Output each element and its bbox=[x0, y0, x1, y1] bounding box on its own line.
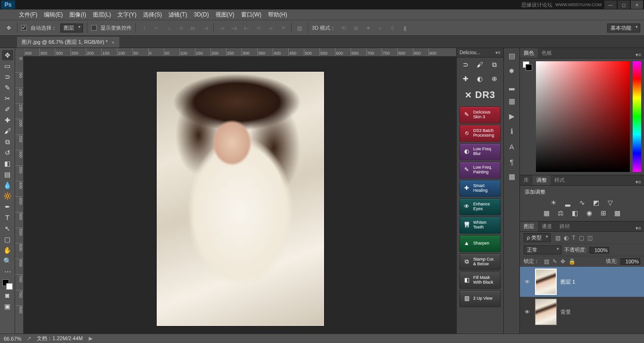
screen-mode[interactable]: ▣ bbox=[2, 301, 13, 311]
levels-icon[interactable]: ▂ bbox=[563, 199, 573, 206]
3d-icon[interactable]: ⊕ bbox=[351, 24, 360, 32]
crop-tool[interactable]: ✂ bbox=[2, 93, 13, 104]
opacity-input[interactable]: 100% bbox=[589, 247, 609, 253]
lut-icon[interactable]: ▩ bbox=[613, 209, 622, 217]
curves-icon[interactable]: ∿ bbox=[577, 199, 587, 206]
document-tab[interactable]: 图片.jpg @ 66.7% (图层 1, RGB/8#) * × bbox=[17, 37, 119, 48]
dr3-button-smart-healing[interactable]: ✚Smart Healing bbox=[460, 180, 501, 197]
distribute-icon[interactable]: ⫨ bbox=[267, 24, 275, 32]
target-icon[interactable]: ⊕ bbox=[490, 74, 499, 83]
tab-swatches[interactable]: 色板 bbox=[538, 48, 556, 58]
shape-tool[interactable]: ▢ bbox=[2, 234, 13, 245]
eyedropper-tool[interactable]: ✐ bbox=[2, 104, 13, 114]
menu-edit[interactable]: 编辑(E) bbox=[44, 11, 63, 19]
3d-icon[interactable]: ⟐ bbox=[376, 24, 385, 32]
lasso-tool[interactable]: ⊃ bbox=[2, 72, 13, 82]
show-transform-checkbox[interactable] bbox=[91, 25, 97, 31]
blend-mode-dropdown[interactable]: 正常 bbox=[524, 245, 561, 254]
character-panel-icon[interactable]: A bbox=[507, 141, 517, 152]
panel-menu-icon[interactable]: ▾≡ bbox=[633, 52, 644, 58]
dr3-button-whiten-teeth[interactable]: 🦷Whiten Teeth bbox=[460, 217, 501, 234]
brush-icon[interactable]: 🖌 bbox=[475, 60, 485, 69]
menu-3d[interactable]: 3D(D) bbox=[194, 11, 209, 18]
doc-size[interactable]: 文档：1.22M/2.44M bbox=[37, 335, 83, 342]
edit-toolbar[interactable]: ⋯ bbox=[2, 267, 13, 277]
maximize-button[interactable]: ◻ bbox=[618, 0, 630, 9]
tab-layers[interactable]: 图层 bbox=[520, 221, 538, 231]
tab-adjustments[interactable]: 调整 bbox=[533, 175, 551, 185]
horizontal-ruler[interactable]: 4003503002502001501005005010015020025030… bbox=[24, 48, 456, 57]
hue-slider[interactable] bbox=[633, 61, 641, 172]
heal-icon[interactable]: ✚ bbox=[461, 74, 470, 83]
dodge-tool[interactable]: 🔆 bbox=[2, 191, 13, 201]
document-canvas[interactable] bbox=[157, 72, 324, 326]
export-icon[interactable]: ↗ bbox=[27, 335, 31, 342]
gradient-tool[interactable]: ▤ bbox=[2, 169, 13, 180]
filter-pixel-icon[interactable]: ▧ bbox=[555, 235, 560, 241]
dr3-button-fill-mask-with-black[interactable]: ◧Fill Mask With Black bbox=[460, 272, 501, 289]
zoom-level[interactable]: 66.67% bbox=[4, 336, 21, 342]
filter-smart-icon[interactable]: ◫ bbox=[587, 235, 593, 241]
chevron-right-icon[interactable]: ▶ bbox=[89, 335, 92, 342]
menu-window[interactable]: 窗口(W) bbox=[241, 11, 261, 19]
dr3-button-enhance-eyes[interactable]: 👁Enhance Eyes bbox=[460, 198, 501, 215]
dr3-header[interactable]: Deliciou... ▾≡ bbox=[457, 48, 503, 57]
blur-tool[interactable]: 💧 bbox=[2, 180, 13, 190]
visibility-icon[interactable]: 👁 bbox=[523, 309, 531, 315]
auto-select-checkbox[interactable] bbox=[21, 25, 27, 31]
brightness-icon[interactable]: ☀ bbox=[549, 199, 559, 206]
bw-icon[interactable]: ◧ bbox=[570, 209, 580, 217]
filter-adjust-icon[interactable]: ◐ bbox=[564, 235, 569, 241]
lock-all-icon[interactable]: 🔒 bbox=[569, 258, 576, 265]
distribute-icon[interactable]: ⫥ bbox=[230, 24, 238, 32]
properties-panel-icon[interactable]: ▦ bbox=[507, 96, 517, 106]
menu-help[interactable]: 帮助(H) bbox=[268, 11, 287, 19]
marquee-tool[interactable]: ▭ bbox=[2, 61, 13, 71]
align-icon[interactable]: ⫢ bbox=[189, 24, 197, 32]
filter-shape-icon[interactable]: ▢ bbox=[579, 235, 584, 241]
menu-layer[interactable]: 图层(L) bbox=[93, 11, 111, 19]
distribute-icon[interactable]: ⫤ bbox=[217, 24, 226, 32]
align-icon[interactable]: ⫞ bbox=[140, 24, 148, 32]
panel-menu-icon[interactable]: ▾≡ bbox=[633, 179, 644, 185]
distribute-icon[interactable]: ⫦ bbox=[242, 24, 251, 32]
dr3-button-stamp-cur-below[interactable]: ⧉Stamp Cur. & Below bbox=[460, 253, 501, 270]
move-tool[interactable]: ✥ bbox=[2, 50, 13, 60]
actions-panel-icon[interactable]: ▶ bbox=[507, 111, 517, 122]
history-brush-tool[interactable]: ↺ bbox=[2, 147, 13, 158]
panel-menu-icon[interactable]: ▾≡ bbox=[633, 225, 644, 231]
layer-item[interactable]: 👁背景 bbox=[520, 297, 644, 327]
pen-tool[interactable]: ✒ bbox=[2, 202, 13, 212]
close-tab-icon[interactable]: × bbox=[111, 40, 114, 45]
path-tool[interactable]: ↖ bbox=[2, 223, 13, 234]
dr3-button-low-freq-painting[interactable]: ✎Low Freq. Painting bbox=[460, 162, 501, 179]
balance-icon[interactable]: ⚖ bbox=[556, 209, 566, 217]
3d-icon[interactable]: ✦ bbox=[364, 24, 372, 32]
brush-tool[interactable]: 🖌 bbox=[2, 126, 13, 136]
tab-paths[interactable]: 路径 bbox=[556, 221, 574, 231]
layer-filter-dropdown[interactable]: ρ 类型 bbox=[524, 233, 551, 242]
menu-file[interactable]: 文件(F) bbox=[19, 11, 37, 19]
paragraph-panel-icon[interactable]: ¶ bbox=[507, 156, 517, 167]
color-field[interactable] bbox=[536, 61, 630, 172]
eraser-tool[interactable]: ◧ bbox=[2, 158, 13, 169]
color-swatch-pair[interactable] bbox=[523, 61, 533, 172]
minimize-button[interactable]: — bbox=[604, 0, 617, 9]
panel-menu-icon[interactable]: ▾≡ bbox=[495, 50, 501, 55]
3d-icon[interactable]: ⟲ bbox=[339, 24, 348, 32]
vertical-ruler[interactable]: 0501001502002503003504004505005506006507… bbox=[15, 57, 24, 334]
auto-align-icon[interactable]: ▦ bbox=[295, 24, 304, 32]
menu-select[interactable]: 选择(S) bbox=[143, 11, 162, 19]
patch-icon[interactable]: ◐ bbox=[475, 74, 485, 83]
channel-mixer-icon[interactable]: ⊞ bbox=[599, 209, 608, 217]
align-icon[interactable]: ⫟ bbox=[152, 24, 160, 32]
tab-library[interactable]: 库 bbox=[520, 175, 533, 185]
layer-name[interactable]: 背景 bbox=[560, 309, 571, 316]
dr3-button-2-up-view[interactable]: ▥2 Up View bbox=[460, 290, 501, 307]
hand-tool[interactable]: ✋ bbox=[2, 245, 13, 255]
swatches-panel-icon[interactable]: ▩ bbox=[507, 172, 517, 182]
vibrance-icon[interactable]: ▽ bbox=[606, 199, 615, 206]
fill-input[interactable]: 100% bbox=[620, 258, 640, 265]
histogram-panel-icon[interactable]: ▂ bbox=[507, 81, 517, 91]
distribute-icon[interactable]: ⫩ bbox=[279, 24, 287, 32]
